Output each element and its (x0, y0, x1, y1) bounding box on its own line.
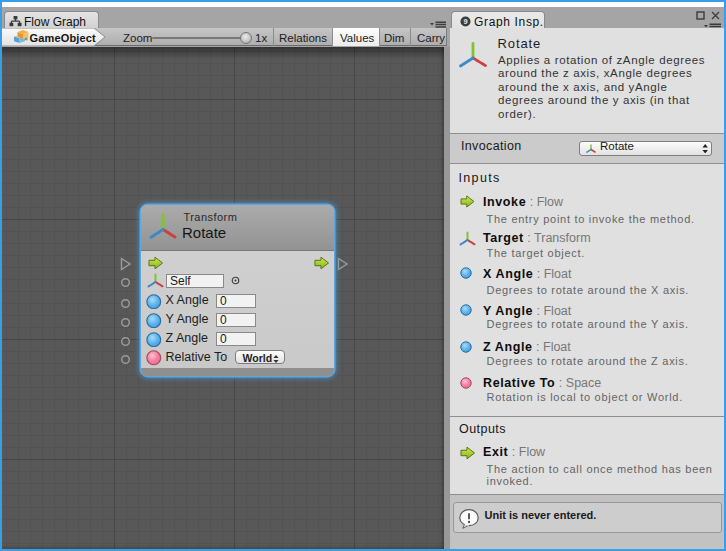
svg-text:9: 9 (463, 17, 467, 26)
